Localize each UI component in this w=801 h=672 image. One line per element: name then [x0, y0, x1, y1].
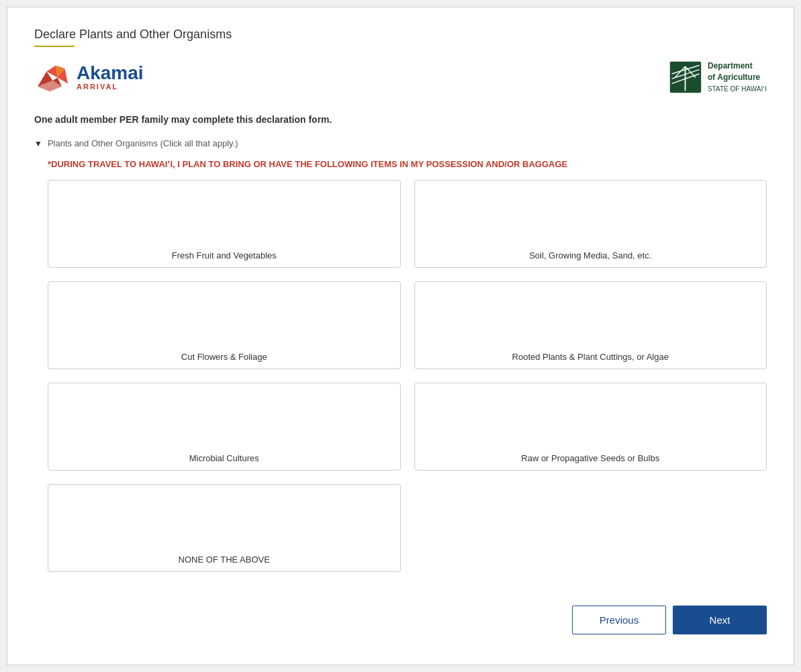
item-none-label: NONE OF THE ABOVE — [179, 555, 270, 565]
item-microbial[interactable]: Microbial Cultures — [48, 383, 401, 471]
items-grid-row2: Cut Flowers & Foliage — [48, 281, 767, 369]
hawaii-logo: Department of Agriculture STATE OF HAWAI… — [669, 60, 767, 94]
chevron-down-icon: ▼ — [34, 139, 42, 148]
items-grid-row1: Fresh Fruit and Vegetables — [48, 180, 767, 268]
items-grid-row3: Microbial Cultures — [48, 383, 767, 471]
item-microbial-label: Microbial Cultures — [189, 453, 259, 463]
item-seeds-label: Raw or Propagative Seeds or Bulbs — [521, 453, 659, 463]
hawaii-dept-icon — [669, 60, 702, 94]
section-label: Plants and Other Organisms (Click all th… — [48, 138, 238, 148]
item-cut-flowers[interactable]: Cut Flowers & Foliage — [48, 281, 401, 369]
akamai-arrival: ARRIVAL — [77, 83, 144, 91]
item-cut-flowers-label: Cut Flowers & Foliage — [181, 352, 267, 362]
hawaii-dept-line2: of Agriculture — [708, 73, 760, 82]
button-row: Previous Next — [34, 599, 767, 634]
field-instruction: *DURING TRAVEL TO HAWAIʻI, I PLAN TO BRI… — [48, 159, 767, 169]
item-soil-label: Soil, Growing Media, Sand, etc. — [529, 250, 651, 260]
section-toggle[interactable]: ▼ Plants and Other Organisms (Click all … — [34, 138, 767, 148]
akamai-bird-icon — [34, 62, 71, 93]
next-button[interactable]: Next — [673, 606, 767, 634]
hawaii-dept-text: Department of Agriculture STATE OF HAWAI… — [708, 60, 767, 94]
item-soil[interactable]: Soil, Growing Media, Sand, etc. — [414, 180, 767, 268]
header-row: Akamai ARRIVAL Department of Agriculture… — [34, 60, 767, 94]
none-row: NONE OF THE ABOVE — [48, 484, 767, 572]
item-rooted-plants-label: Rooted Plants & Plant Cuttings, or Algae — [512, 352, 669, 362]
hawaii-dept-line3: STATE OF HAWAIʻI — [708, 85, 767, 93]
page-title: Declare Plants and Other Organisms — [34, 28, 767, 42]
form-instruction: One adult member PER family may complete… — [34, 114, 767, 125]
previous-button[interactable]: Previous — [572, 606, 666, 634]
item-none[interactable]: NONE OF THE ABOVE — [48, 484, 401, 572]
akamai-text: Akamai ARRIVAL — [77, 64, 144, 91]
item-fresh-fruit-label: Fresh Fruit and Vegetables — [172, 250, 277, 260]
akamai-logo: Akamai ARRIVAL — [34, 62, 144, 93]
page-container: Declare Plants and Other Organisms Akama… — [7, 7, 794, 665]
item-seeds[interactable]: Raw or Propagative Seeds or Bulbs — [414, 383, 767, 471]
hawaii-dept-line1: Department — [708, 61, 753, 70]
akamai-name: Akamai — [77, 64, 144, 83]
item-fresh-fruit[interactable]: Fresh Fruit and Vegetables — [48, 180, 401, 268]
title-underline — [34, 46, 75, 47]
item-rooted-plants[interactable]: Rooted Plants & Plant Cuttings, or Algae — [414, 281, 767, 369]
